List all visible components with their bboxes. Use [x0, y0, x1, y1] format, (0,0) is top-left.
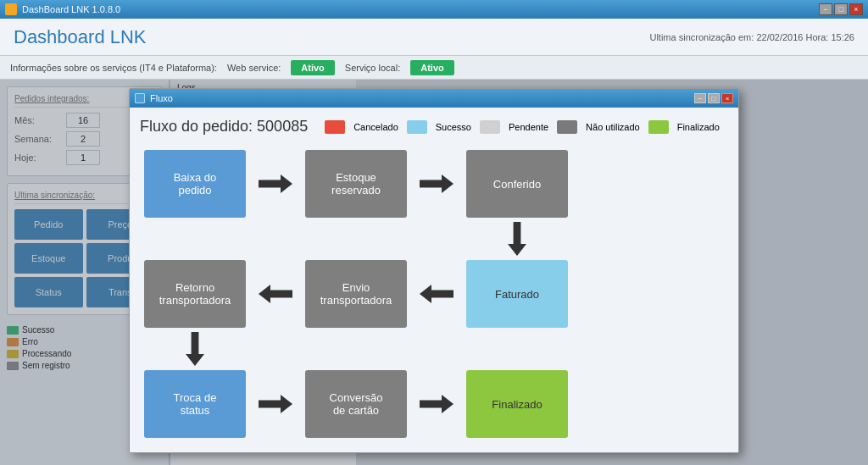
modal-icon	[135, 93, 145, 103]
modal-title: Fluxo	[150, 93, 173, 103]
service-local-label: Serviço local:	[345, 63, 400, 73]
modal-overlay: Fluxo − □ × Fluxo do pedido: 500085 Canc…	[0, 80, 868, 465]
arrow-2	[420, 174, 453, 193]
box-retorno[interactable]: Retornotransportadora	[144, 260, 246, 328]
fluxo-modal: Fluxo − □ × Fluxo do pedido: 500085 Canc…	[129, 88, 739, 453]
legend-sucesso-label: Sucesso	[436, 122, 471, 132]
app-title-main: Dashboard LNK	[14, 26, 147, 48]
minimize-button[interactable]: −	[819, 3, 832, 15]
modal-titlebar: Fluxo − □ ×	[130, 89, 738, 108]
box-estoque[interactable]: Estoquereservado	[305, 150, 407, 218]
app-header: Dashboard LNK Ultima sincronização em: 2…	[0, 19, 868, 56]
flow-diagram: Baixa dopedido Estoquereservado Conferid…	[140, 146, 728, 442]
arrow-left-2	[420, 285, 453, 303]
legend-pendente-box	[480, 120, 500, 134]
modal-header-row: Fluxo do pedido: 500085 Cancelado Sucess…	[140, 118, 728, 136]
legend-finalizado-label: Finalizado	[677, 122, 720, 132]
legend-cancelado-box	[325, 120, 345, 134]
title-bar: DashBoard LNK 1.0.8.0 − □ ×	[0, 0, 868, 19]
info-label: Informações sobre os serviços (IT4 e Pla…	[10, 63, 217, 73]
arrow-down-conferido	[508, 222, 526, 256]
main-content: Pedidos integrados: Mês: 16 Semana: 2 Ho…	[0, 80, 868, 465]
webservice-label: Web service:	[227, 63, 281, 73]
legend-finalizado-box	[648, 120, 669, 134]
arrow-right-4	[420, 395, 453, 413]
window-controls: − □ ×	[819, 3, 863, 15]
legend-cancelado-label: Cancelado	[353, 122, 398, 132]
legend-pendente-label: Pendente	[509, 122, 548, 132]
modal-legend: Cancelado Sucesso Pendente Não utilizado…	[325, 120, 720, 134]
webservice-status: Ativo	[291, 60, 335, 75]
service-local-status: Ativo	[410, 60, 454, 75]
box-envio[interactable]: Enviotransportadora	[305, 260, 407, 328]
modal-body: Fluxo do pedido: 500085 Cancelado Sucess…	[130, 108, 738, 452]
box-baixa[interactable]: Baixa dopedido	[144, 150, 246, 218]
modal-maximize[interactable]: □	[708, 93, 720, 103]
modal-heading: Fluxo do pedido: 500085	[140, 118, 308, 136]
app-icon	[5, 3, 17, 15]
app-title: DashBoard LNK 1.0.8.0	[22, 4, 120, 14]
box-finalizado[interactable]: Finalizado	[466, 370, 568, 438]
modal-minimize[interactable]: −	[694, 93, 706, 103]
arrow-down-retorno	[186, 332, 204, 366]
legend-naoutilizado-label: Não utilizado	[586, 122, 640, 132]
maximize-button[interactable]: □	[834, 3, 848, 15]
box-conferido[interactable]: Conferido	[466, 150, 568, 218]
modal-close[interactable]: ×	[721, 93, 733, 103]
legend-naoutilizado-box	[557, 120, 577, 134]
box-faturado[interactable]: Faturado	[466, 260, 568, 328]
modal-controls: − □ ×	[694, 93, 733, 103]
arrow-right-3	[259, 395, 292, 413]
box-troca[interactable]: Troca destatus	[144, 370, 246, 438]
box-conversao[interactable]: Conversãode cartão	[305, 370, 407, 438]
status-bar: Informações sobre os serviços (IT4 e Pla…	[0, 56, 868, 80]
sync-info: Ultima sincronização em: 22/02/2016 Hora…	[649, 32, 854, 42]
arrow-1	[259, 174, 292, 193]
legend-sucesso-box	[407, 120, 427, 134]
close-button[interactable]: ×	[849, 3, 863, 15]
arrow-left-1	[259, 285, 292, 303]
